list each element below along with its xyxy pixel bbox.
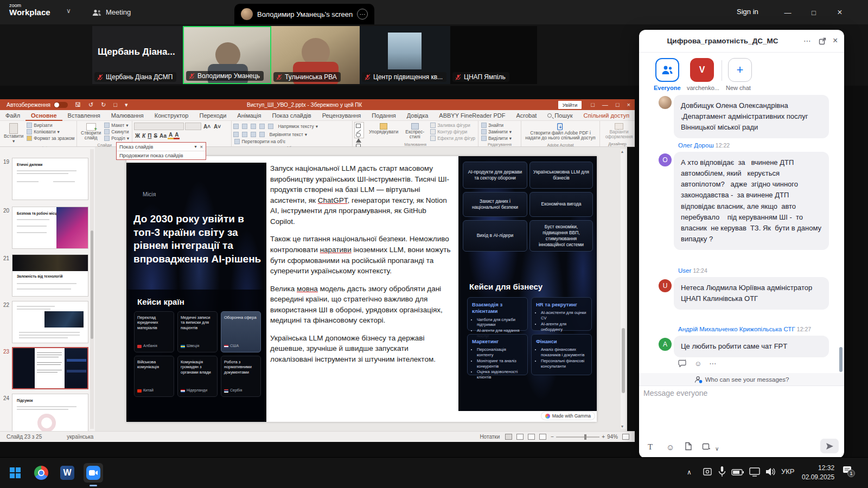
resume-slideshow-button[interactable]: Продовжити показ слайдів [117, 151, 206, 159]
redo-icon[interactable]: ↻ [101, 101, 106, 108]
sign-in-button[interactable]: Sign in [737, 8, 758, 16]
video-tile[interactable]: Щербань Діана... Щербань Діана ДСМП [92, 26, 183, 84]
design-ideas-button[interactable]: Варіанти оформлення [602, 122, 636, 141]
underline-button[interactable]: П [146, 133, 152, 139]
ppt-sign-in-button[interactable]: Увійти [558, 101, 582, 109]
convert-smartart-button[interactable]: Перетворити на об'є [233, 138, 350, 145]
tray-microphone-icon[interactable] [717, 466, 727, 478]
search-box[interactable]: Пошук [542, 110, 578, 121]
language-indicator[interactable]: українська [67, 434, 93, 440]
language-switcher[interactable]: УКР [781, 467, 795, 476]
tab-design[interactable]: Конструктор [149, 110, 194, 121]
slide-thumbnail-23-selected[interactable] [12, 347, 88, 389]
align-text-button[interactable]: Вирівняти текст▾ [268, 131, 308, 138]
tray-screencast-icon[interactable] [702, 466, 713, 477]
select-button[interactable]: Виділити▾ [480, 135, 519, 142]
indent-decrease-icon[interactable] [251, 124, 256, 129]
align-left-icon[interactable] [233, 132, 239, 137]
shape-effects-button[interactable]: Ефекти для фігур [429, 135, 476, 142]
reading-view-button[interactable] [528, 434, 535, 440]
pop-out-icon[interactable] [819, 37, 826, 45]
scroll-up-icon[interactable]: ▴ [621, 149, 623, 154]
align-right-icon[interactable] [251, 132, 256, 137]
zoom-slider[interactable] [556, 436, 599, 438]
share-button[interactable]: Спільний доступ [578, 110, 635, 121]
italic-button[interactable]: К [141, 133, 146, 139]
tab-slideshow[interactable]: Показ слайдів [267, 110, 317, 121]
slide-thumbnail-22[interactable] [12, 301, 88, 343]
section-button[interactable]: Розділ▾ [103, 135, 130, 142]
chat-close-icon[interactable]: × [833, 36, 838, 45]
chat-more-icon[interactable]: ⋯ [803, 36, 811, 45]
slide-thumbnail-24[interactable]: Підсумок [12, 394, 88, 431]
popup-close-icon[interactable]: × [200, 144, 203, 150]
window-minimize-button[interactable]: — [777, 4, 799, 21]
normal-view-button[interactable] [505, 434, 512, 440]
zoom-percentage[interactable]: 94% [607, 434, 618, 440]
justify-icon[interactable] [259, 132, 265, 137]
start-button[interactable] [5, 463, 25, 483]
word-icon[interactable]: W [58, 463, 77, 483]
format-text-icon[interactable]: T [648, 442, 653, 452]
tab-file[interactable]: Файл [0, 110, 25, 121]
slide-23[interactable]: Місія До 2030 року увійти в топ-3 країни… [126, 156, 597, 422]
tab-animations[interactable]: Анімація [232, 110, 266, 121]
fit-to-window-button[interactable] [622, 434, 629, 440]
workspace-chevron-icon[interactable]: ∨ [66, 7, 71, 15]
tab-abbyy[interactable]: ABBYY FineReader PDF [433, 110, 510, 121]
format-painter-button[interactable]: Формат за зразком [25, 135, 75, 142]
emoji-icon[interactable]: ☺ [666, 442, 674, 452]
clock[interactable]: 12:32 02.09.2025 [802, 464, 834, 482]
screenshot-icon[interactable] [702, 442, 711, 451]
ribbon-display-options-icon[interactable]: □ [591, 101, 595, 108]
change-case-button[interactable]: Аа [158, 133, 168, 139]
ppt-restore-button[interactable]: □ [616, 101, 620, 108]
screenshot-dropdown-icon[interactable]: ∨ [715, 446, 719, 452]
notification-center-button[interactable]: 1 [842, 465, 854, 478]
zoom-in-button[interactable]: + [602, 434, 605, 440]
presentation-display-icon[interactable]: □ [113, 101, 117, 108]
ppt-minimize-button[interactable]: — [602, 101, 608, 108]
find-button[interactable]: Знайти [480, 122, 519, 129]
save-icon[interactable]: 🖫 [75, 101, 81, 108]
tab-view[interactable]: Подання [366, 110, 401, 121]
slide-thumbnail-19[interactable]: Етичні дилеми [12, 158, 88, 200]
chat-target-everyone[interactable] [655, 58, 679, 82]
font-name-combobox[interactable] [134, 123, 184, 130]
shrink-font-button[interactable]: А˅ [213, 124, 222, 130]
font-color-button[interactable]: А [174, 132, 180, 139]
popup-dropdown-icon[interactable]: ▾ [194, 144, 196, 149]
window-close-button[interactable]: × [829, 4, 851, 21]
slide-sorter-view-button[interactable] [516, 434, 524, 440]
slide-left-panel[interactable]: Місія До 2030 року увійти в топ-3 країни… [126, 163, 266, 422]
tray-display-icon[interactable] [749, 467, 761, 477]
new-slide-button[interactable]: + Створити слайд [79, 122, 103, 142]
shape-outline-button[interactable]: Контур фігури [429, 129, 476, 135]
more-actions-icon[interactable]: ⋯ [709, 359, 716, 368]
chrome-icon[interactable] [31, 463, 51, 483]
slide-thumbnail-21[interactable]: Залежність від технологій [12, 254, 88, 297]
ppt-close-button[interactable]: × [627, 101, 630, 108]
reset-button[interactable]: Скинути [103, 129, 130, 135]
indent-increase-icon[interactable] [259, 124, 265, 129]
new-chat-button[interactable]: + [728, 58, 752, 82]
copy-button[interactable]: Копіювати▾ [25, 129, 75, 135]
tab-home[interactable]: Основне [25, 110, 62, 121]
shape-fill-button[interactable]: Заливка фігури [429, 122, 476, 129]
video-tile[interactable]: Центр підвищення кв... [360, 26, 450, 84]
bold-button[interactable]: Ж [134, 133, 141, 139]
scroll-down-icon[interactable]: ▾ [621, 424, 623, 429]
slideshow-view-button[interactable] [539, 434, 546, 440]
grow-font-button[interactable]: А˄ [202, 124, 212, 130]
zoom-app-icon-active[interactable] [84, 463, 103, 483]
arrange-button[interactable]: Упорядкувати [367, 122, 400, 136]
cut-button[interactable]: Вирізати [25, 122, 75, 129]
attach-file-icon[interactable] [685, 442, 692, 451]
tab-transitions[interactable]: Переходи [194, 110, 232, 121]
tab-insert[interactable]: Вставлення [62, 110, 106, 121]
slide-thumbnail-20[interactable]: Безпека та робочі місця [12, 207, 88, 249]
video-tile[interactable]: Тульчинська РВА [271, 26, 360, 84]
chat-scrollbar[interactable] [839, 347, 843, 372]
strikethrough-button[interactable]: S [152, 133, 158, 139]
chat-target-varchenko[interactable]: V [690, 58, 714, 82]
